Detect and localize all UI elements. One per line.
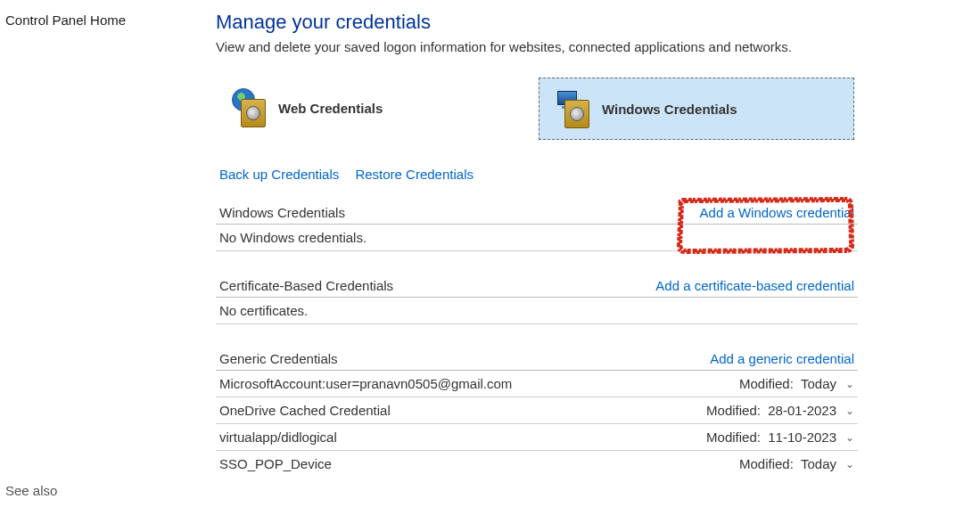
add-windows-credential-link[interactable]: Add a Windows credential bbox=[700, 205, 854, 220]
chevron-down-icon: ⌄ bbox=[845, 405, 854, 417]
credential-row[interactable]: OneDrive Cached Credential Modified: 28-… bbox=[216, 397, 858, 424]
chevron-down-icon: ⌄ bbox=[845, 458, 854, 470]
add-certificate-credential-link[interactable]: Add a certificate-based credential bbox=[655, 278, 854, 293]
tab-windows-credentials[interactable]: Windows Credentials bbox=[539, 78, 854, 140]
section-title: Certificate-Based Credentials bbox=[219, 278, 393, 293]
globe-safe-icon bbox=[230, 88, 269, 127]
credential-name: MicrosoftAccount:user=pranavn0505@gmail.… bbox=[219, 376, 739, 391]
see-also-heading: See also bbox=[5, 483, 57, 498]
section-generic-credentials: Generic Credentials Add a generic creden… bbox=[216, 351, 858, 477]
credential-modified: Modified: 11-10-2023 bbox=[706, 429, 836, 445]
credential-name: virtualapp/didlogical bbox=[219, 429, 706, 445]
credential-row[interactable]: virtualapp/didlogical Modified: 11-10-20… bbox=[216, 424, 858, 451]
section-empty-text: No certificates. bbox=[216, 298, 858, 324]
section-title: Windows Credentials bbox=[219, 205, 345, 220]
chevron-down-icon: ⌄ bbox=[845, 431, 854, 444]
credential-modified: Modified: Today bbox=[739, 376, 836, 391]
credential-row[interactable]: SSO_POP_Device Modified: Today ⌄ bbox=[216, 451, 858, 477]
control-panel-home-link[interactable]: Control Panel Home bbox=[5, 12, 202, 28]
credential-name: OneDrive Cached Credential bbox=[219, 403, 706, 418]
chevron-down-icon: ⌄ bbox=[845, 378, 854, 390]
tab-web-credentials-label: Web Credentials bbox=[278, 101, 383, 116]
tab-windows-credentials-label: Windows Credentials bbox=[602, 102, 737, 117]
section-empty-text: No Windows credentials. bbox=[216, 225, 858, 251]
section-windows-credentials: Windows Credentials Add a Windows creden… bbox=[216, 205, 858, 251]
credential-modified: Modified: 28-01-2023 bbox=[706, 403, 836, 418]
page-subtitle: View and delete your saved logon informa… bbox=[216, 39, 858, 54]
restore-credentials-link[interactable]: Restore Credentials bbox=[355, 167, 474, 182]
monitor-safe-icon bbox=[554, 89, 593, 128]
page-title: Manage your credentials bbox=[216, 11, 858, 34]
backup-credentials-link[interactable]: Back up Credentials bbox=[219, 167, 339, 182]
section-title: Generic Credentials bbox=[219, 351, 338, 366]
credential-row[interactable]: MicrosoftAccount:user=pranavn0505@gmail.… bbox=[216, 371, 858, 397]
add-generic-credential-link[interactable]: Add a generic credential bbox=[710, 351, 854, 366]
tab-web-credentials[interactable]: Web Credentials bbox=[216, 78, 530, 138]
section-certificate-credentials: Certificate-Based Credentials Add a cert… bbox=[216, 278, 858, 324]
credential-modified: Modified: Today bbox=[739, 456, 836, 471]
credential-name: SSO_POP_Device bbox=[219, 456, 739, 471]
